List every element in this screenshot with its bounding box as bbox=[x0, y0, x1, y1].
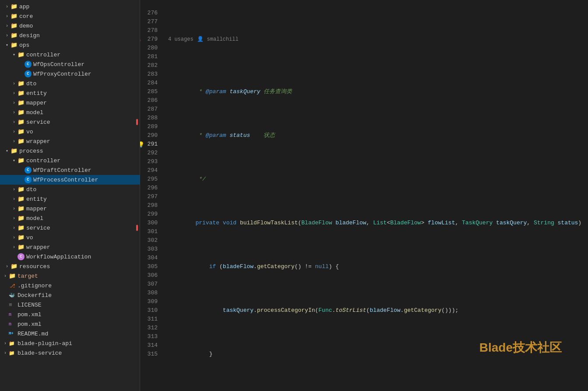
sidebar-item-process[interactable]: process bbox=[0, 146, 140, 156]
folder-icon bbox=[18, 224, 25, 231]
line-number: 313 bbox=[144, 332, 158, 341]
line-number: 296 bbox=[144, 184, 158, 192]
sidebar-item-workflow-application[interactable]: WorkflowApplication bbox=[0, 252, 140, 262]
code-token: BladeFlow bbox=[390, 220, 421, 226]
sidebar-item-label: mapper bbox=[26, 206, 47, 212]
sidebar-item-process-controller[interactable]: controller bbox=[0, 156, 140, 165]
code-token: ())); bbox=[441, 307, 458, 314]
line-number: 305 bbox=[144, 262, 158, 271]
code-token: } bbox=[195, 351, 212, 357]
code-token: status bbox=[558, 220, 578, 226]
sidebar-item-ops-controller[interactable]: controller bbox=[0, 50, 140, 59]
sidebar-item-wfdraft-controller[interactable]: WfDraftController bbox=[0, 165, 140, 175]
folder-icon bbox=[18, 80, 25, 87]
code-token: ( bbox=[216, 263, 223, 270]
code-token: getCategory bbox=[257, 263, 295, 270]
code-token: * @param status 状态 bbox=[195, 132, 275, 139]
sidebar-item-process-dto[interactable]: dto bbox=[0, 185, 140, 194]
folder-icon bbox=[18, 205, 25, 212]
sidebar-item-target[interactable]: target bbox=[0, 271, 140, 281]
code-editor[interactable]: 276 277 278 279 @ 280 281 282 283 284 28… bbox=[140, 0, 588, 391]
sidebar-item-wfprocess-controller[interactable]: WfProcessController bbox=[0, 175, 140, 185]
sidebar-item-ops-vo[interactable]: vo bbox=[0, 127, 140, 136]
code-token bbox=[219, 220, 223, 226]
sidebar-item-pom-inner[interactable]: m pom.xml bbox=[0, 310, 140, 319]
sidebar-item-core[interactable]: core bbox=[0, 11, 140, 21]
sidebar-item-process-wrapper[interactable]: wrapper bbox=[0, 242, 140, 252]
sidebar-item-wfproxy-controller[interactable]: WfProxyController bbox=[0, 69, 140, 79]
folder-icon bbox=[11, 13, 18, 20]
arrow-icon bbox=[11, 128, 18, 135]
sidebar-item-dockerfile[interactable]: 🐳 Dockerfile bbox=[0, 290, 140, 300]
sidebar-item-label: vo bbox=[26, 129, 33, 135]
sidebar-item-ops-wrapper[interactable]: wrapper bbox=[0, 136, 140, 146]
line-number: 303 bbox=[144, 245, 158, 254]
sidebar-item-label: service bbox=[26, 225, 50, 231]
sidebar-item-blade-service[interactable]: 📁 blade-service bbox=[0, 348, 140, 358]
line-number: 304 bbox=[144, 254, 158, 262]
spacer bbox=[18, 167, 25, 174]
code-token: bladeFlow bbox=[370, 307, 400, 314]
arrow-icon bbox=[11, 51, 18, 58]
arrow-icon bbox=[4, 42, 11, 49]
code-token: () != bbox=[295, 263, 315, 270]
sidebar-item-resources[interactable]: resources bbox=[0, 262, 140, 271]
folder-icon bbox=[18, 90, 25, 97]
sidebar-item-label: pom.xml bbox=[18, 321, 42, 328]
sidebar-item-readme[interactable]: M+ README.md bbox=[0, 329, 140, 339]
code-line-283: if (bladeFlow.getProcessDefinitionName()… bbox=[168, 385, 588, 391]
sidebar-item-license[interactable]: ≡ LICENSE bbox=[0, 300, 140, 310]
code-line-277: * @param status 状态 bbox=[168, 122, 588, 131]
code-token bbox=[493, 220, 496, 226]
line-number: 281 bbox=[144, 52, 158, 61]
sidebar-item-process-mapper[interactable]: mapper bbox=[0, 204, 140, 213]
file-tree[interactable]: app core demo design ops controller WfOp… bbox=[0, 0, 140, 391]
sidebar-item-ops-model[interactable]: model bbox=[0, 108, 140, 117]
code-token bbox=[236, 220, 240, 226]
code-token: */ bbox=[195, 176, 205, 182]
line-number: 301 bbox=[144, 227, 158, 236]
sidebar-item-ops-entity[interactable]: entity bbox=[0, 88, 140, 98]
license-icon: ≡ bbox=[9, 302, 16, 308]
code-lines: 4 usages 👤 smallchill * @param taskQuery… bbox=[161, 0, 588, 391]
sidebar-item-ops-service[interactable]: service bbox=[0, 117, 140, 127]
markdown-icon: M+ bbox=[9, 332, 16, 336]
code-token: taskQuery bbox=[496, 220, 527, 226]
line-number: 277 bbox=[144, 17, 158, 26]
code-token: . bbox=[254, 263, 257, 270]
line-number: 295 bbox=[144, 175, 158, 184]
arrow-icon bbox=[11, 215, 18, 222]
sidebar-item-label: LICENSE bbox=[18, 302, 42, 308]
sidebar-item-ops-dto[interactable]: dto bbox=[0, 79, 140, 88]
spacer bbox=[18, 176, 25, 183]
line-number: 292 bbox=[144, 149, 158, 157]
sidebar-item-pom-outer[interactable]: m pom.xml bbox=[0, 319, 140, 329]
sidebar-item-label: resources bbox=[19, 263, 50, 270]
sidebar-item-label: design bbox=[19, 32, 40, 39]
code-token: , bbox=[527, 220, 534, 226]
sidebar-item-process-entity[interactable]: entity bbox=[0, 194, 140, 204]
line-number: 307 bbox=[144, 280, 158, 289]
line-number: 285 bbox=[144, 87, 158, 96]
line-number: 302 bbox=[144, 236, 158, 245]
line-number: 315 bbox=[144, 350, 158, 359]
sidebar-item-ops[interactable]: ops bbox=[0, 40, 140, 50]
sidebar-item-process-vo[interactable]: vo bbox=[0, 233, 140, 242]
folder-open-icon bbox=[11, 147, 18, 154]
sidebar-item-process-model[interactable]: model bbox=[0, 213, 140, 223]
code-token: ) bbox=[578, 220, 581, 226]
sidebar-item-design[interactable]: design bbox=[0, 31, 140, 40]
sidebar-item-wfops-controller[interactable]: WfOpsController bbox=[0, 59, 140, 69]
code-line-281: taskQuery.processCategoryIn(Func.toStrLi… bbox=[168, 297, 588, 306]
line-number: 290 bbox=[144, 131, 158, 140]
line-number: 293 bbox=[144, 157, 158, 166]
sidebar-item-demo[interactable]: demo bbox=[0, 21, 140, 31]
sidebar-item-process-service[interactable]: service bbox=[0, 223, 140, 233]
sidebar-item-app[interactable]: app bbox=[0, 2, 140, 11]
arrow-icon bbox=[4, 147, 11, 154]
line-number: 279 @ bbox=[144, 35, 158, 44]
sidebar-item-blade-plugin-api[interactable]: 📁 blade-plugin-api bbox=[0, 339, 140, 348]
sidebar-item-gitignore[interactable]: .gitignore bbox=[0, 281, 140, 290]
sidebar-item-ops-mapper[interactable]: mapper bbox=[0, 98, 140, 108]
sidebar-item-label: WfDraftController bbox=[33, 167, 92, 174]
